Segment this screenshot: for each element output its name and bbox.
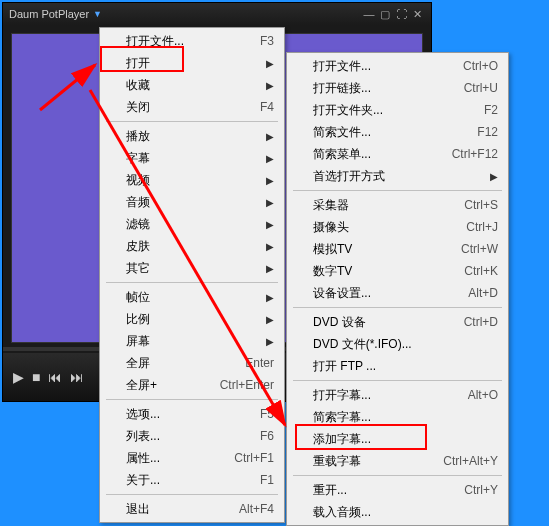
next-icon[interactable]: ⏭ bbox=[70, 369, 84, 385]
menu-item-label: 播放 bbox=[126, 128, 236, 145]
submenu-arrow-icon: ▶ bbox=[266, 219, 274, 230]
menu-item[interactable]: 数字TVCtrl+K bbox=[289, 260, 506, 282]
menu-item-label: 属性... bbox=[126, 450, 204, 467]
menu-item-label: 全屏+ bbox=[126, 377, 190, 394]
submenu-arrow-icon: ▶ bbox=[266, 153, 274, 164]
menu-item[interactable]: 设备设置...Alt+D bbox=[289, 282, 506, 304]
menu-item-shortcut: F4 bbox=[260, 100, 274, 114]
menu-separator bbox=[106, 399, 278, 400]
menu-item-shortcut: Ctrl+Y bbox=[464, 483, 498, 497]
menu-item-label: 字幕 bbox=[126, 150, 236, 167]
menu-item-label: 打开文件... bbox=[126, 33, 230, 50]
submenu-arrow-icon: ▶ bbox=[490, 171, 498, 182]
submenu-arrow-icon: ▶ bbox=[266, 175, 274, 186]
stop-icon[interactable]: ■ bbox=[32, 369, 40, 385]
titlebar: Daum PotPlayer ▼ — ▢ ⛶ ✕ bbox=[3, 3, 431, 25]
submenu-arrow-icon: ▶ bbox=[266, 263, 274, 274]
app-title: Daum PotPlayer bbox=[9, 8, 89, 20]
menu-item[interactable]: 皮肤▶ bbox=[102, 235, 282, 257]
menu-item[interactable]: 滤镜▶ bbox=[102, 213, 282, 235]
dropdown-icon[interactable]: ▼ bbox=[93, 9, 102, 19]
context-menu-open: 打开文件...Ctrl+O打开链接...Ctrl+U打开文件夹...F2简索文件… bbox=[286, 52, 509, 526]
minimize-icon[interactable]: — bbox=[361, 8, 377, 20]
menu-item-label: 关闭 bbox=[126, 99, 230, 116]
menu-item-shortcut: Ctrl+D bbox=[464, 315, 498, 329]
menu-item[interactable]: 添加字幕... bbox=[289, 428, 506, 450]
menu-item[interactable]: 列表...F6 bbox=[102, 425, 282, 447]
menu-item[interactable]: 简索文件...F12 bbox=[289, 121, 506, 143]
menu-item-label: 简索文件... bbox=[313, 124, 447, 141]
menu-item-label: 音频 bbox=[126, 194, 236, 211]
menu-item[interactable]: 退出Alt+F4 bbox=[102, 498, 282, 520]
menu-item-label: 采集器 bbox=[313, 197, 434, 214]
menu-separator bbox=[293, 190, 502, 191]
menu-item[interactable]: 首选打开方式▶ bbox=[289, 165, 506, 187]
submenu-arrow-icon: ▶ bbox=[266, 314, 274, 325]
menu-item-shortcut: Ctrl+J bbox=[466, 220, 498, 234]
menu-separator bbox=[106, 121, 278, 122]
menu-item[interactable]: 屏幕▶ bbox=[102, 330, 282, 352]
menu-item-label: 视频 bbox=[126, 172, 236, 189]
menu-item-label: 添加字幕... bbox=[313, 431, 498, 448]
menu-separator bbox=[293, 475, 502, 476]
menu-item-shortcut: Alt+O bbox=[468, 388, 498, 402]
menu-item[interactable]: 重载字幕Ctrl+Alt+Y bbox=[289, 450, 506, 472]
menu-item-label: 数字TV bbox=[313, 263, 434, 280]
menu-item-label: 皮肤 bbox=[126, 238, 236, 255]
close-icon[interactable]: ✕ bbox=[409, 8, 425, 21]
prev-icon[interactable]: ⏮ bbox=[48, 369, 62, 385]
menu-item[interactable]: 简索菜单...Ctrl+F12 bbox=[289, 143, 506, 165]
menu-item[interactable]: 关于...F1 bbox=[102, 469, 282, 491]
submenu-arrow-icon: ▶ bbox=[266, 80, 274, 91]
play-icon[interactable]: ▶ bbox=[13, 369, 24, 385]
menu-item[interactable]: 打开链接...Ctrl+U bbox=[289, 77, 506, 99]
menu-item[interactable]: 属性...Ctrl+F1 bbox=[102, 447, 282, 469]
menu-item-label: 摄像头 bbox=[313, 219, 436, 236]
menu-item[interactable]: 重开...Ctrl+Y bbox=[289, 479, 506, 501]
menu-item-label: 滤镜 bbox=[126, 216, 236, 233]
menu-item[interactable]: 选项...F5 bbox=[102, 403, 282, 425]
menu-item[interactable]: 模拟TVCtrl+W bbox=[289, 238, 506, 260]
menu-item-label: DVD 设备 bbox=[313, 314, 434, 331]
menu-item[interactable]: 采集器Ctrl+S bbox=[289, 194, 506, 216]
menu-item-label: 选项... bbox=[126, 406, 230, 423]
menu-item-label: 首选打开方式 bbox=[313, 168, 460, 185]
menu-item-shortcut: Ctrl+O bbox=[463, 59, 498, 73]
menu-item-label: 打开文件... bbox=[313, 58, 433, 75]
menu-item[interactable]: 打开字幕...Alt+O bbox=[289, 384, 506, 406]
menu-item[interactable]: DVD 设备Ctrl+D bbox=[289, 311, 506, 333]
menu-item[interactable]: 打开文件...Ctrl+O bbox=[289, 55, 506, 77]
menu-item-shortcut: F3 bbox=[260, 34, 274, 48]
menu-item[interactable]: 全屏+Ctrl+Enter bbox=[102, 374, 282, 396]
maximize-icon[interactable]: ▢ bbox=[377, 8, 393, 21]
menu-item[interactable]: 简索字幕... bbox=[289, 406, 506, 428]
menu-item-label: 模拟TV bbox=[313, 241, 431, 258]
menu-item-label: 重开... bbox=[313, 482, 434, 499]
menu-item[interactable]: 打开文件...F3 bbox=[102, 30, 282, 52]
menu-separator bbox=[106, 494, 278, 495]
menu-item[interactable]: 比例▶ bbox=[102, 308, 282, 330]
menu-item-shortcut: Ctrl+F1 bbox=[234, 451, 274, 465]
menu-item-shortcut: Ctrl+S bbox=[464, 198, 498, 212]
menu-item[interactable]: 播放▶ bbox=[102, 125, 282, 147]
menu-item[interactable]: 收藏▶ bbox=[102, 74, 282, 96]
menu-item[interactable]: 全屏Enter bbox=[102, 352, 282, 374]
menu-item-shortcut: Ctrl+K bbox=[464, 264, 498, 278]
menu-item-label: 载入音频... bbox=[313, 504, 498, 521]
menu-item[interactable]: 字幕▶ bbox=[102, 147, 282, 169]
menu-item[interactable]: DVD 文件(*.IFO)... bbox=[289, 333, 506, 355]
menu-item[interactable]: 打开 FTP ... bbox=[289, 355, 506, 377]
menu-item[interactable]: 视频▶ bbox=[102, 169, 282, 191]
fullscreen-icon[interactable]: ⛶ bbox=[393, 8, 409, 20]
menu-separator bbox=[293, 380, 502, 381]
menu-item[interactable]: 其它▶ bbox=[102, 257, 282, 279]
menu-item[interactable]: 打开▶ bbox=[102, 52, 282, 74]
menu-item[interactable]: 关闭F4 bbox=[102, 96, 282, 118]
menu-item[interactable]: 载入音频... bbox=[289, 501, 506, 523]
menu-item[interactable]: 摄像头Ctrl+J bbox=[289, 216, 506, 238]
menu-item[interactable]: 帧位▶ bbox=[102, 286, 282, 308]
menu-item[interactable]: 音频▶ bbox=[102, 191, 282, 213]
menu-item[interactable]: 打开文件夹...F2 bbox=[289, 99, 506, 121]
menu-item-label: 简索字幕... bbox=[313, 409, 498, 426]
menu-item-shortcut: Ctrl+Alt+Y bbox=[443, 454, 498, 468]
